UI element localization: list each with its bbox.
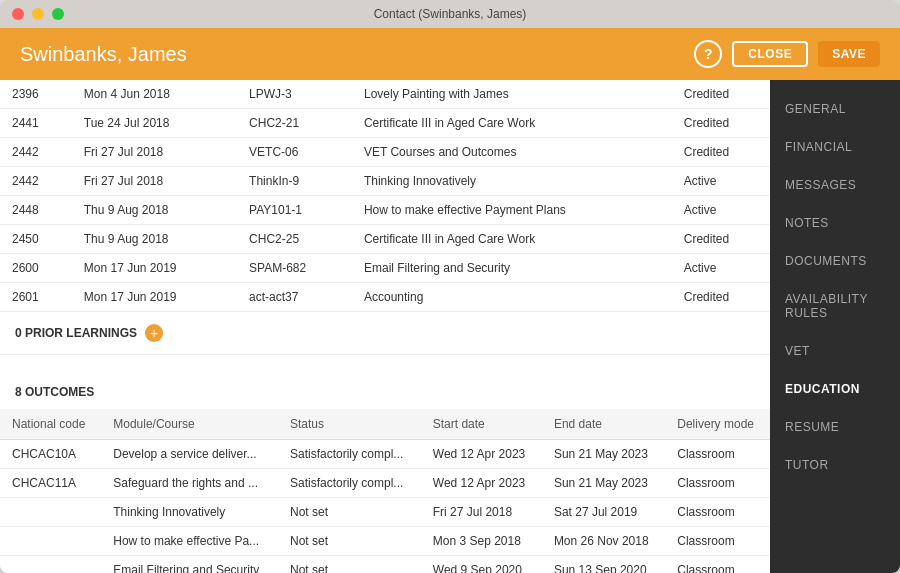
enrolment-name: VET Courses and Outcomes	[352, 138, 672, 167]
save-button[interactable]: SAVE	[818, 41, 880, 67]
enrolment-date: Fri 27 Jul 2018	[72, 138, 237, 167]
enrolment-id: 2396	[0, 80, 72, 109]
sidebar-item-education[interactable]: EDUCATION	[770, 370, 900, 408]
sidebar-item-financial[interactable]: FINANCIAL	[770, 128, 900, 166]
enrolment-status: Credited	[672, 80, 770, 109]
outcome-end-date: Sun 21 May 2023	[542, 469, 665, 498]
enrolment-date: Fri 27 Jul 2018	[72, 167, 237, 196]
enrolment-id: 2600	[0, 254, 72, 283]
add-prior-learning-button[interactable]: +	[145, 324, 163, 342]
outcome-start-date: Wed 9 Sep 2020	[421, 556, 542, 574]
col-delivery-mode: Delivery mode	[665, 409, 770, 440]
enrolment-row[interactable]: 2448 Thu 9 Aug 2018 PAY101-1 How to make…	[0, 196, 770, 225]
outcome-national-code	[0, 498, 101, 527]
minimize-traffic-light[interactable]	[32, 8, 44, 20]
outcome-row[interactable]: How to make effective Pa... Not set Mon …	[0, 527, 770, 556]
sidebar-item-availability-rules[interactable]: AVAILABILITY RULES	[770, 280, 900, 332]
enrolment-code: CHC2-25	[237, 225, 352, 254]
outcome-end-date: Sun 13 Sep 2020	[542, 556, 665, 574]
enrolment-date: Thu 9 Aug 2018	[72, 196, 237, 225]
sidebar-item-general[interactable]: GENERAL	[770, 90, 900, 128]
sidebar-item-documents[interactable]: DOCUMENTS	[770, 242, 900, 280]
enrolment-status: Active	[672, 167, 770, 196]
enrolment-name: Lovely Painting with James	[352, 80, 672, 109]
outcome-national-code	[0, 556, 101, 574]
help-button[interactable]: ?	[694, 40, 722, 68]
enrolment-name: How to make effective Payment Plans	[352, 196, 672, 225]
outcome-module-course: Develop a service deliver...	[101, 440, 278, 469]
outcome-start-date: Mon 3 Sep 2018	[421, 527, 542, 556]
outcome-status: Not set	[278, 556, 421, 574]
sidebar-item-tutor[interactable]: TUTOR	[770, 446, 900, 484]
outcome-row[interactable]: Thinking Innovatively Not set Fri 27 Jul…	[0, 498, 770, 527]
outcome-delivery-mode: Classroom	[665, 556, 770, 574]
outcome-start-date: Wed 12 Apr 2023	[421, 469, 542, 498]
outcome-delivery-mode: Classroom	[665, 527, 770, 556]
enrolment-status: Credited	[672, 138, 770, 167]
col-national-code: National code	[0, 409, 101, 440]
outcome-end-date: Sun 21 May 2023	[542, 440, 665, 469]
enrolment-id: 2442	[0, 167, 72, 196]
outcomes-table: National code Module/Course Status Start…	[0, 409, 770, 573]
main-content[interactable]: 2396 Mon 4 Jun 2018 LPWJ-3 Lovely Painti…	[0, 80, 770, 573]
outcomes-section: 8 OUTCOMES National code Module/Course S…	[0, 375, 770, 573]
enrolment-row[interactable]: 2396 Mon 4 Jun 2018 LPWJ-3 Lovely Painti…	[0, 80, 770, 109]
enrolment-name: Certificate III in Aged Care Work	[352, 225, 672, 254]
enrolment-name: Certificate III in Aged Care Work	[352, 109, 672, 138]
enrolment-code: act-act37	[237, 283, 352, 312]
enrolment-id: 2448	[0, 196, 72, 225]
enrolment-name: Accounting	[352, 283, 672, 312]
content-area: 2396 Mon 4 Jun 2018 LPWJ-3 Lovely Painti…	[0, 80, 900, 573]
enrolment-date: Thu 9 Aug 2018	[72, 225, 237, 254]
enrolment-row[interactable]: 2450 Thu 9 Aug 2018 CHC2-25 Certificate …	[0, 225, 770, 254]
enrolment-code: ThinkIn-9	[237, 167, 352, 196]
enrolment-row[interactable]: 2600 Mon 17 Jun 2019 SPAM-682 Email Filt…	[0, 254, 770, 283]
enrolment-code: CHC2-21	[237, 109, 352, 138]
col-start-date: Start date	[421, 409, 542, 440]
outcome-national-code: CHCAC10A	[0, 440, 101, 469]
enrolment-status: Credited	[672, 225, 770, 254]
enrolment-date: Mon 17 Jun 2019	[72, 254, 237, 283]
sidebar-item-messages[interactable]: MESSAGES	[770, 166, 900, 204]
sidebar: GENERALFINANCIALMESSAGESNOTESDOCUMENTSAV…	[770, 80, 900, 573]
enrolment-status: Active	[672, 196, 770, 225]
enrolments-table: 2396 Mon 4 Jun 2018 LPWJ-3 Lovely Painti…	[0, 80, 770, 312]
outcome-end-date: Mon 26 Nov 2018	[542, 527, 665, 556]
enrolment-code: LPWJ-3	[237, 80, 352, 109]
enrolment-date: Mon 17 Jun 2019	[72, 283, 237, 312]
enrolment-id: 2441	[0, 109, 72, 138]
col-module-course: Module/Course	[101, 409, 278, 440]
enrolment-row[interactable]: 2601 Mon 17 Jun 2019 act-act37 Accountin…	[0, 283, 770, 312]
enrolment-id: 2601	[0, 283, 72, 312]
header-actions: ? CLOSE SAVE	[694, 40, 880, 68]
outcome-delivery-mode: Classroom	[665, 440, 770, 469]
prior-learnings-section: 0 PRIOR LEARNINGS +	[0, 312, 770, 355]
outcome-row[interactable]: CHCAC11A Safeguard the rights and ... Sa…	[0, 469, 770, 498]
enrolment-id: 2450	[0, 225, 72, 254]
enrolment-row[interactable]: 2442 Fri 27 Jul 2018 VETC-06 VET Courses…	[0, 138, 770, 167]
outcomes-header: 8 OUTCOMES	[0, 375, 770, 409]
outcome-row[interactable]: CHCAC10A Develop a service deliver... Sa…	[0, 440, 770, 469]
app-header: Swinbanks, James ? CLOSE SAVE	[0, 28, 900, 80]
outcome-delivery-mode: Classroom	[665, 469, 770, 498]
enrolment-row[interactable]: 2442 Fri 27 Jul 2018 ThinkIn-9 Thinking …	[0, 167, 770, 196]
close-button[interactable]: CLOSE	[732, 41, 808, 67]
enrolment-code: PAY101-1	[237, 196, 352, 225]
enrolment-code: VETC-06	[237, 138, 352, 167]
sidebar-item-vet[interactable]: VET	[770, 332, 900, 370]
close-traffic-light[interactable]	[12, 8, 24, 20]
outcome-status: Not set	[278, 527, 421, 556]
enrolment-name: Thinking Innovatively	[352, 167, 672, 196]
outcome-status: Satisfactorily compl...	[278, 469, 421, 498]
enrolment-date: Tue 24 Jul 2018	[72, 109, 237, 138]
maximize-traffic-light[interactable]	[52, 8, 64, 20]
enrolment-status: Active	[672, 254, 770, 283]
col-end-date: End date	[542, 409, 665, 440]
sidebar-item-resume[interactable]: RESUME	[770, 408, 900, 446]
enrolment-row[interactable]: 2441 Tue 24 Jul 2018 CHC2-21 Certificate…	[0, 109, 770, 138]
sidebar-item-notes[interactable]: NOTES	[770, 204, 900, 242]
outcome-row[interactable]: Email Filtering and Security Not set Wed…	[0, 556, 770, 574]
enrolment-date: Mon 4 Jun 2018	[72, 80, 237, 109]
prior-learnings-label: 0 PRIOR LEARNINGS	[15, 326, 137, 340]
outcomes-label: 8 OUTCOMES	[15, 385, 94, 399]
